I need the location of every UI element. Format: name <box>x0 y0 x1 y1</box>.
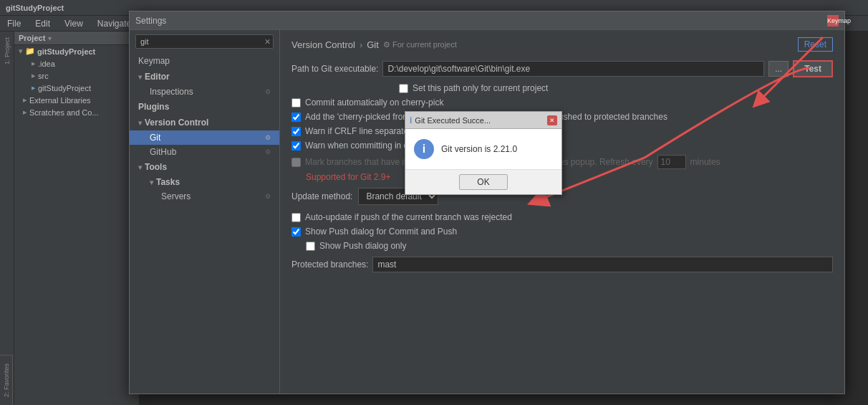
favorites-label: 2: Favorites <box>3 363 10 397</box>
refresh-input[interactable] <box>657 155 686 169</box>
settings-sidebar: ✕ Keymap ▾ Editor Inspections ⚙ Plugins … <box>130 30 280 394</box>
path-input[interactable] <box>382 61 764 77</box>
update-label: Update method: <box>291 191 352 201</box>
git-dialog-footer: OK <box>405 169 561 194</box>
reset-link[interactable]: Reset <box>798 37 833 52</box>
folder-icon-src: ▸ <box>32 71 36 80</box>
folder-icon-ext: ▸ <box>23 95 27 105</box>
git-dialog-title: Git Executed Succe... <box>415 116 491 125</box>
favorites-tab[interactable]: 2: Favorites <box>0 355 13 405</box>
tree-item-scratches[interactable]: ▸ Scratches and Co... <box>14 106 139 118</box>
servers-settings-icon: ⚙ <box>265 193 271 200</box>
auto-update-row: Auto-update if push of the current branc… <box>291 212 833 222</box>
github-settings-icon: ⚙ <box>265 148 271 156</box>
commit-cherry-checkbox[interactable] <box>291 98 301 108</box>
git-dialog-title-area: i Git Executed Succe... <box>410 115 491 125</box>
inspections-settings-icon: ⚙ <box>265 88 271 95</box>
folder-label-scratches: Scratches and Co... <box>29 108 99 117</box>
nav-version-control[interactable]: ▾ Version Control <box>130 115 279 130</box>
detached-row: Warn when committing in detached HEAD or… <box>291 140 833 151</box>
ide-project-title: gitStudyProject <box>6 4 64 12</box>
git-dialog-titlebar: i Git Executed Succe... ✕ <box>405 112 561 129</box>
git-dialog-icon: i <box>410 115 412 125</box>
nav-tasks[interactable]: ▾ Tasks <box>130 175 279 189</box>
set-path-row: Set this path only for current project <box>399 83 833 93</box>
file-label-project: gitStudyProject <box>38 84 91 92</box>
tasks-expand-icon: ▾ <box>150 178 153 186</box>
protected-label: Protected branches: <box>291 259 368 270</box>
folder-icon: 📁 <box>25 47 35 56</box>
folder-icon-idea: ▸ <box>32 59 36 68</box>
menu-file[interactable]: File <box>0 17 28 30</box>
test-button[interactable]: Test <box>793 60 833 77</box>
crlf-row: Warn if CRLF line separators are about t… <box>291 126 833 136</box>
breadcrumb-part1: Version Control <box>291 39 355 50</box>
nav-github[interactable]: GitHub ⚙ <box>130 145 279 159</box>
settings-content: Version Control › Git ⚙ For current proj… <box>280 30 844 394</box>
supported-note: Supported for Git 2.9+ <box>306 172 833 182</box>
nav-editor[interactable]: ▾ Editor <box>130 69 279 85</box>
show-push-only-label: Show Push dialog only <box>319 241 406 251</box>
show-push-only-checkbox[interactable] <box>306 242 315 251</box>
menu-view[interactable]: View <box>57 17 90 30</box>
show-push-checkbox[interactable] <box>291 227 301 237</box>
search-wrapper: ✕ <box>130 30 279 53</box>
show-push-row: Show Push dialog for Commit and Push <box>291 227 833 237</box>
info-circle-icon: i <box>414 139 434 159</box>
nav-inspections[interactable]: Inspections ⚙ <box>130 85 279 99</box>
dialog-close-button[interactable]: Keymap <box>827 15 839 27</box>
folder-label-idea: .idea <box>38 59 55 68</box>
ok-button[interactable]: OK <box>459 174 507 190</box>
vertical-tab-strip: 1: Project <box>0 32 14 405</box>
detached-checkbox[interactable] <box>291 141 301 151</box>
dialog-title: Settings <box>135 16 166 26</box>
refresh-unit: minutes <box>690 157 720 167</box>
protected-input[interactable] <box>372 257 833 272</box>
root-label: gitStudyProject <box>37 47 95 56</box>
branches-row: Mark branches that have incoming/outgoin… <box>291 155 833 169</box>
nav-keymap[interactable]: Keymap <box>130 53 279 69</box>
breadcrumb-separator: › <box>360 39 362 50</box>
tree-root[interactable]: ▾ 📁 gitStudyProject <box>14 45 139 57</box>
nav-tools[interactable]: ▾ Tools <box>130 159 279 175</box>
editor-expand-icon: ▾ <box>138 73 142 81</box>
tree-item-project[interactable]: ▸ gitStudyProject <box>14 82 139 94</box>
file-icon-project: ▸ <box>32 83 36 92</box>
git-version-message: Git version is 2.21.0 <box>441 144 517 154</box>
nav-git[interactable]: Git ⚙ <box>130 130 279 145</box>
tools-expand-icon: ▾ <box>138 163 142 171</box>
breadcrumb-part2: Git <box>367 39 379 50</box>
project-label: Project <box>19 34 45 42</box>
cherry-suffix-checkbox[interactable] <box>291 113 301 122</box>
cherry-suffix-row: Add the 'cherry-picked from <hash>' suff… <box>291 112 833 122</box>
dialog-titlebar: Settings Keymap <box>130 11 844 30</box>
breadcrumb: Version Control › Git ⚙ For current proj… <box>291 39 457 50</box>
protected-row: Protected branches: <box>291 257 833 272</box>
settings-dialog: Settings Keymap ✕ Keymap ▾ Editor <box>129 11 845 394</box>
tree-item-idea[interactable]: ▸ .idea <box>14 57 139 70</box>
set-path-checkbox[interactable] <box>399 84 408 93</box>
git-success-dialog: i Git Executed Succe... ✕ i Git version … <box>405 111 562 195</box>
commit-cherry-row: Commit automatically on cherry-pick <box>291 97 833 108</box>
project-vtab[interactable]: 1: Project <box>2 34 12 67</box>
commit-cherry-label: Commit automatically on cherry-pick <box>305 97 443 108</box>
settings-search-input[interactable] <box>135 34 274 49</box>
git-dialog-close-button[interactable]: ✕ <box>547 115 557 125</box>
folder-label-src: src <box>38 72 49 80</box>
panel-header: Project ▾ <box>14 32 139 45</box>
folder-label-ext: External Libraries <box>29 96 91 105</box>
crlf-checkbox[interactable] <box>291 127 301 136</box>
search-clear-icon[interactable]: ✕ <box>264 37 271 47</box>
auto-update-label: Auto-update if push of the current branc… <box>305 212 512 222</box>
branches-checkbox[interactable] <box>291 158 301 167</box>
browse-button[interactable]: ... <box>768 61 789 77</box>
menu-edit[interactable]: Edit <box>28 17 57 30</box>
nav-servers[interactable]: Servers ⚙ <box>130 189 279 204</box>
set-path-label: Set this path only for current project <box>413 83 548 93</box>
git-settings-icon: ⚙ <box>265 134 271 141</box>
auto-update-checkbox[interactable] <box>291 213 301 222</box>
tree-item-src[interactable]: ▸ src <box>14 70 139 82</box>
nav-plugins[interactable]: Plugins <box>130 99 279 115</box>
tree-item-external[interactable]: ▸ External Libraries <box>14 94 139 106</box>
project-dropdown-icon[interactable]: ▾ <box>48 34 52 42</box>
